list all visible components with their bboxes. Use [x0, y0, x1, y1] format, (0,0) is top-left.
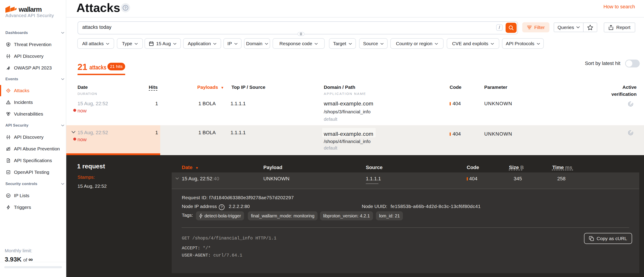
svg-text:?: ?	[221, 205, 223, 209]
svg-text:IP: IP	[8, 194, 10, 197]
svg-text:?: ?	[124, 6, 126, 10]
